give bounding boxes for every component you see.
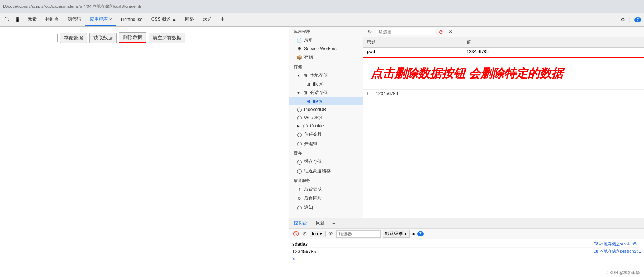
annotation-area: 点击删除数据按钮 会删除特定的数据 — [363, 58, 644, 89]
tab-elements-label: 元素 — [28, 16, 37, 22]
sidebar-item-bfc-label: 往返高速缓存 — [304, 168, 331, 174]
tab-css-label: CSS 概述 ▲ — [151, 16, 176, 22]
cookie-arrow-icon: ▶ — [297, 124, 300, 128]
eye-btn[interactable]: 👁 — [328, 230, 334, 237]
sidebar-item-cookie[interactable]: ▶ ◯ Cookie — [289, 122, 363, 130]
sidebar-item-manifest[interactable]: 📄 清单 — [289, 35, 363, 45]
cookie-icon: ◯ — [303, 123, 308, 128]
refresh-button[interactable]: ↻ — [366, 28, 374, 35]
delete-data-button[interactable]: 删除数据 — [119, 32, 146, 43]
sidebar-item-cache-storage[interactable]: ◯ 缓存存储 — [289, 157, 363, 166]
tab-application[interactable]: 应用程序 ✕ — [85, 13, 116, 26]
sidebar-item-service-workers[interactable]: ⚙ Service Workers — [289, 45, 363, 53]
sidebar-item-storage[interactable]: 📦 存储 — [289, 53, 363, 62]
block-icon-btn[interactable]: ⊘ — [437, 28, 444, 35]
console-text-2: 123456789 — [292, 249, 316, 254]
sidebar-item-session-storage[interactable]: ▼ ⊞ 会话存储 — [289, 88, 363, 97]
tab-add[interactable]: + — [216, 13, 229, 26]
sidebar-item-background-sync[interactable]: ↺ 后台同步 — [289, 194, 363, 203]
tab-sources[interactable]: 源代码 — [63, 13, 85, 26]
sidebar-item-background-fetch[interactable]: ↑ 后台获取 — [289, 184, 363, 194]
console-panel: 控制台 问题 + 🚫 ⊘ top ▼ 👁 默认级别 ▼ ● 7 — [289, 218, 644, 277]
footer: CSDN @极客李华 — [289, 269, 644, 277]
sidebar-item-ls-label: 本地存储 — [310, 72, 328, 79]
top-dropdown-icon: ▼ — [319, 231, 323, 236]
sidebar-item-storage-label: 存储 — [304, 54, 313, 60]
console-prompt-line[interactable]: > — [292, 255, 641, 263]
console-line-1: sdadas 08-本地存储之sessionSt... — [292, 240, 641, 248]
tab-css[interactable]: CSS 概述 ▲ — [147, 13, 181, 26]
console-tabs-bar: 控制台 问题 + — [289, 218, 644, 229]
console-block-btn[interactable]: ⊘ — [302, 230, 307, 237]
sidebar-item-idb-label: IndexedDB — [304, 107, 326, 112]
tab-console-bottom[interactable]: 控制台 — [289, 218, 311, 228]
sidebar-item-interest-group[interactable]: ◯ 兴趣组 — [289, 139, 363, 148]
sidebar-section-application: 应用程序 — [289, 27, 363, 35]
tab-issues[interactable]: 问题 — [311, 218, 329, 228]
sidebar-item-websql[interactable]: ◯ Web SQL — [289, 114, 363, 122]
application-panel: 应用程序 📄 清单 ⚙ Service Workers 📦 存储 存储 ▼ ⊞ — [289, 27, 644, 218]
console-filter-input[interactable] — [336, 230, 381, 238]
sidebar-item-trust-tokens[interactable]: ◯ 信任令牌 — [289, 130, 363, 139]
sidebar-item-sw-label: Service Workers — [304, 46, 337, 51]
table-row[interactable]: pwd 123456789 — [363, 48, 644, 56]
settings-icon[interactable]: ⚙ — [621, 17, 625, 22]
expand-arrow-icon: ▼ — [297, 73, 300, 77]
sidebar-item-indexeddb[interactable]: ◯ IndexedDB — [289, 105, 363, 114]
devtools-tabs-bar: ⛶ 📱 元素 控制台 源代码 应用程序 ✕ Lighthouse CSS 概述 … — [0, 13, 644, 27]
error-badge: 7 — [634, 17, 641, 22]
tab-elements[interactable]: 元素 — [23, 13, 41, 26]
store-data-button[interactable]: 存储数据 — [60, 33, 87, 43]
console-toolbar: 🚫 ⊘ top ▼ 👁 默认级别 ▼ ● 7 — [289, 229, 644, 239]
console-link-2[interactable]: 08-本地存储之sessionSt... — [594, 249, 641, 254]
row-value: 123456789 — [376, 91, 398, 96]
notifications-icon: ◯ — [297, 205, 302, 210]
sidebar-section-background: 后台服务 — [289, 176, 363, 184]
data-input[interactable] — [6, 34, 58, 42]
tab-close-icon[interactable]: ✕ — [109, 17, 112, 21]
close-filter-btn[interactable]: ✕ — [447, 28, 454, 35]
tab-console[interactable]: 控制台 — [41, 13, 63, 26]
tab-network[interactable]: 网络 — [181, 13, 198, 26]
red-divider — [363, 57, 644, 58]
sidebar-item-notifications[interactable]: ◯ 通知 — [289, 203, 363, 212]
more-icon[interactable]: ⋮ — [627, 17, 632, 22]
local-storage-icon: ⊞ — [303, 73, 308, 78]
tab-lighthouse-label: Lighthouse — [121, 17, 143, 22]
col-key: 密钥 — [363, 37, 463, 48]
tab-welcome[interactable]: 欢迎 — [198, 13, 216, 26]
tab-device[interactable]: 📱 — [12, 13, 23, 26]
inspect-icon: ⛶ — [4, 17, 9, 22]
sidebar-item-cookie-label: Cookie — [310, 123, 324, 128]
bg-sync-icon: ↺ — [297, 196, 302, 201]
websql-icon: ◯ — [297, 115, 302, 120]
console-line-2-content: 123456789 — [292, 249, 316, 254]
device-icon: 📱 — [15, 17, 20, 22]
trust-tokens-icon: ◯ — [297, 132, 302, 137]
sidebar-section-storage: 存储 — [289, 62, 363, 71]
row-data-area: 1 123456789 — [363, 89, 644, 98]
top-context-selector[interactable]: top ▼ — [310, 231, 326, 237]
sidebar-item-ss-file[interactable]: ⊞ file:// — [289, 97, 363, 105]
tab-sources-label: 源代码 — [68, 16, 81, 22]
sidebar-item-local-storage[interactable]: ▼ ⊞ 本地存储 — [289, 71, 363, 80]
console-line-2: 123456789 08-本地存储之sessionSt... — [292, 248, 641, 255]
filter-input[interactable] — [376, 28, 435, 35]
tab-extra-icons: ⚙ ⋮ 7 — [621, 13, 644, 26]
tab-inspect[interactable]: ⛶ — [1, 13, 12, 26]
log-level-selector[interactable]: 默认级别 ▼ — [383, 230, 410, 238]
tab-lighthouse[interactable]: Lighthouse — [116, 13, 147, 26]
sidebar-item-ls-file[interactable]: ⊞ file:// — [289, 80, 363, 88]
sidebar-item-back-forward-cache[interactable]: ◯ 往返高速缓存 — [289, 166, 363, 176]
log-level-label: 默认级别 — [385, 231, 403, 237]
add-tab-button[interactable]: + — [329, 218, 338, 228]
console-clear-btn[interactable]: 🚫 — [292, 230, 300, 237]
webpage-content: 存储数据 获取数据 删除数据 清空所有数据 — [0, 27, 289, 277]
session-storage-icon: ⊞ — [303, 90, 308, 96]
get-data-button[interactable]: 获取数据 — [89, 33, 117, 43]
main-data-content: ↻ ⊘ ✕ 密钥 值 — [363, 27, 644, 218]
console-link-1[interactable]: 08-本地存储之sessionSt... — [594, 241, 641, 247]
clear-data-button[interactable]: 清空所有数据 — [149, 33, 185, 43]
main-container: 存储数据 获取数据 删除数据 清空所有数据 应用程序 📄 清单 ⚙ Servic… — [0, 27, 644, 277]
sidebar-item-bs-label: 后台同步 — [304, 195, 322, 201]
